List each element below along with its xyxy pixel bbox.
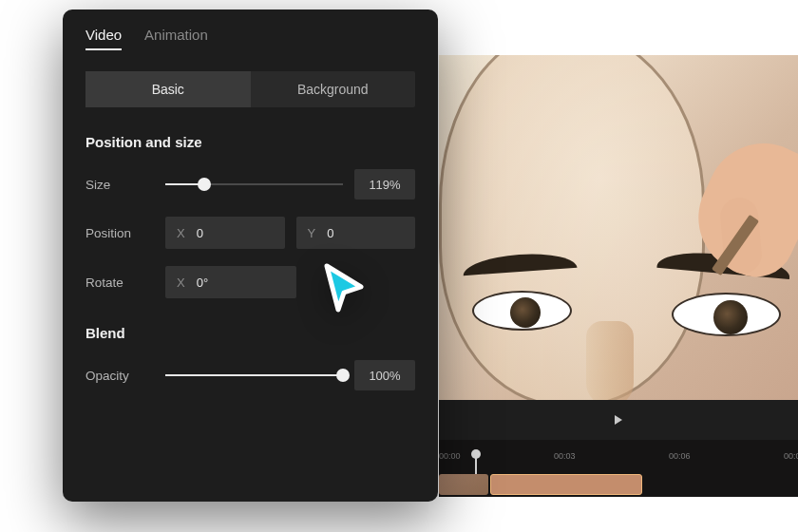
play-icon[interactable] [615, 415, 622, 425]
timeline-tick: 00:03 [554, 451, 576, 461]
timeline-clip[interactable] [439, 474, 488, 495]
position-y-input[interactable]: Y 0 [296, 217, 416, 249]
size-slider[interactable] [165, 183, 343, 185]
control-row-size: Size 119% [86, 169, 415, 200]
properties-panel: Video Animation Basic Background Positio… [63, 10, 438, 502]
tab-video[interactable]: Video [86, 27, 122, 50]
preview-content-image [439, 55, 798, 400]
position-y-value: 0 [327, 226, 333, 240]
timeline-ruler[interactable]: 00:0000:0300:0600:09 [439, 451, 798, 468]
rotate-x-input[interactable]: X 0° [165, 266, 296, 298]
timeline-tick: 00:00 [439, 451, 461, 461]
section-title-position-size: Position and size [86, 134, 415, 150]
timeline-clip[interactable] [490, 474, 642, 495]
position-label: Position [86, 226, 165, 240]
timeline-tick: 00:06 [669, 451, 691, 461]
opacity-slider[interactable] [165, 374, 343, 376]
section-title-blend: Blend [86, 325, 415, 341]
control-row-opacity: Opacity 100% [86, 360, 415, 390]
control-row-rotate: Rotate X 0° [86, 266, 415, 298]
timeline-tick: 00:09 [784, 451, 798, 461]
size-label: Size [86, 178, 165, 192]
position-x-input[interactable]: X 0 [165, 217, 285, 249]
axis-label-x: X [177, 276, 185, 290]
size-value-box[interactable]: 119% [354, 169, 415, 200]
axis-label-y: Y [308, 226, 316, 240]
segmented-control: Basic Background [86, 71, 415, 107]
slider-thumb[interactable] [198, 178, 211, 191]
rotate-x-value: 0° [197, 276, 208, 290]
position-x-value: 0 [197, 226, 203, 240]
video-preview-canvas[interactable] [439, 55, 798, 400]
tab-animation[interactable]: Animation [144, 27, 208, 50]
segment-basic[interactable]: Basic [86, 71, 251, 107]
slider-thumb[interactable] [336, 369, 350, 382]
timeline[interactable]: 00:0000:0300:0600:09 [439, 440, 798, 497]
control-row-position: Position X 0 Y 0 [86, 217, 415, 249]
playback-control-bar [439, 400, 798, 440]
opacity-value-box[interactable]: 100% [354, 360, 415, 390]
rotate-label: Rotate [86, 276, 165, 290]
axis-label-x: X [177, 226, 185, 240]
segment-background[interactable]: Background [251, 71, 416, 107]
opacity-label: Opacity [86, 369, 165, 383]
